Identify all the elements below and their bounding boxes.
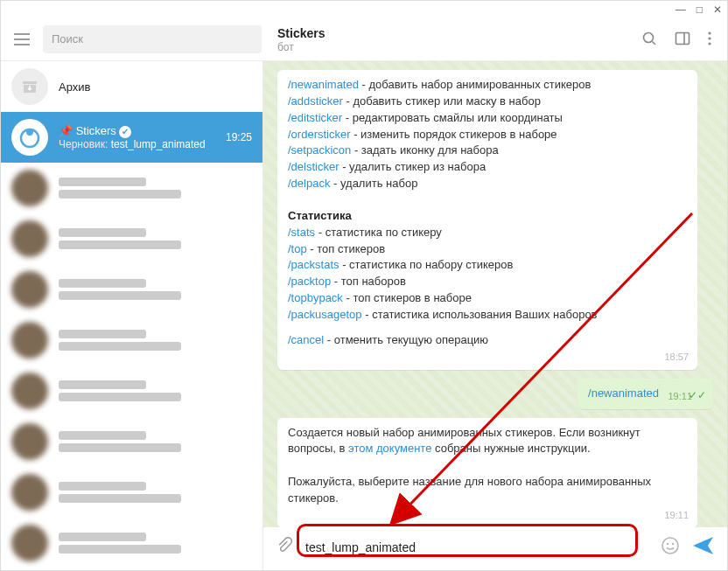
maximize-button[interactable]: □ [696, 3, 703, 16]
svg-point-12 [672, 543, 674, 545]
user-message-newanimated: /newanimated 19:11 ✓✓ [578, 379, 713, 409]
list-item[interactable]: .. [1, 315, 262, 366]
svg-point-10 [662, 538, 678, 554]
message-time: 18:57 [664, 351, 689, 365]
avatar [11, 119, 48, 156]
archive-row[interactable]: Архив [1, 61, 262, 112]
top-bar: Поиск Stickers бот [1, 18, 727, 60]
message-input-bar [263, 527, 727, 570]
bot-message-commands: /newanimated - добавить набор анимирован… [277, 70, 697, 370]
command-link[interactable]: /editsticker [288, 111, 342, 124]
svg-point-9 [26, 129, 33, 136]
svg-point-2 [708, 31, 710, 34]
list-item[interactable]: .. [1, 163, 262, 213]
svg-point-4 [708, 42, 710, 45]
command-link[interactable]: /top [288, 242, 307, 255]
read-ticks-icon: ✓✓ [689, 388, 706, 403]
search-input[interactable]: Поиск [43, 25, 262, 53]
window-controls: — □ ✕ [1, 1, 727, 18]
chat-pane: /newanimated - добавить набор анимирован… [263, 61, 727, 570]
archive-label: Архив [59, 80, 252, 94]
panel-icon[interactable] [675, 31, 690, 49]
command-link[interactable]: /delsticker [288, 160, 340, 173]
command-link[interactable]: /stats [288, 226, 315, 239]
command-link[interactable]: /packstats [288, 258, 340, 271]
svg-point-11 [667, 543, 668, 545]
chat-header: Stickers бот [262, 26, 727, 53]
message-time: 19:11 [664, 509, 689, 523]
archive-icon [11, 68, 48, 105]
search-icon[interactable] [641, 31, 657, 49]
close-button[interactable]: ✕ [713, 3, 722, 16]
verified-icon: ✔ [119, 126, 131, 138]
command-link[interactable]: /ordersticker [288, 128, 351, 141]
command-link[interactable]: /packtop [288, 275, 331, 288]
send-icon[interactable] [692, 536, 715, 558]
chat-row-stickers[interactable]: 📌 Stickers ✔ Черновик: test_lump_animate… [1, 112, 262, 163]
list-item[interactable]: .. [1, 264, 262, 315]
app-window: — □ ✕ Поиск Stickers бот [0, 0, 728, 571]
command-link[interactable]: /cancel [288, 333, 324, 346]
command-link[interactable]: /delpack [288, 177, 330, 190]
chat-subtitle: бот [277, 41, 629, 53]
list-item[interactable]: .. [1, 467, 262, 518]
list-item[interactable]: .. [1, 518, 262, 568]
command-link[interactable]: /newanimated [288, 78, 359, 91]
list-item[interactable]: .. [1, 213, 262, 264]
emoji-icon[interactable] [661, 536, 680, 558]
list-item[interactable]: .. [1, 366, 262, 416]
doc-link[interactable]: этом документе [348, 442, 431, 455]
command-link[interactable]: /newanimated [588, 386, 659, 400]
section-heading: Статистика [288, 208, 687, 225]
chat-list: Архив 📌 Stickers ✔ Черновик: test_lump_a… [1, 61, 263, 570]
hamburger-icon[interactable] [1, 33, 43, 45]
message-input[interactable] [305, 540, 648, 554]
svg-rect-1 [676, 32, 690, 44]
chat-name: 📌 Stickers ✔ [59, 124, 215, 138]
command-link[interactable]: /addsticker [288, 94, 343, 108]
list-item[interactable]: .. [1, 416, 262, 467]
svg-rect-5 [23, 81, 37, 84]
more-icon[interactable] [708, 31, 711, 49]
chat-preview: Черновик: test_lump_animated [59, 138, 215, 150]
attach-icon[interactable] [276, 537, 293, 557]
chat-time: 19:25 [226, 131, 252, 143]
command-link[interactable]: /setpackicon [288, 143, 351, 157]
command-link[interactable]: /packusagetop [288, 308, 362, 321]
svg-point-0 [644, 32, 654, 42]
chat-title[interactable]: Stickers [277, 26, 629, 40]
command-link[interactable]: /topbypack [288, 291, 343, 304]
svg-point-3 [708, 37, 710, 39]
bot-message-reply: Создается новый набор анимированных стик… [277, 418, 697, 528]
message-list: /newanimated - добавить набор анимирован… [263, 61, 727, 527]
minimize-button[interactable]: — [676, 3, 686, 16]
